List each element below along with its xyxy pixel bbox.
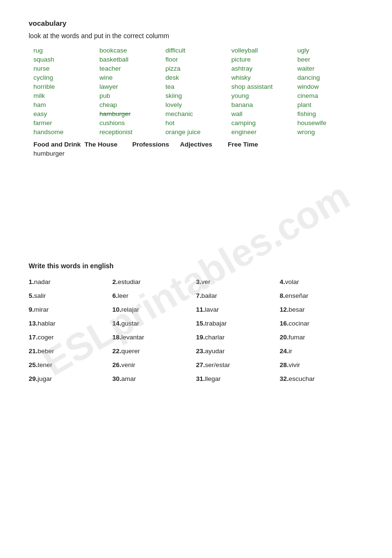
verb-item: 31.llegar <box>196 375 280 382</box>
verb-item: 1.nadar <box>29 278 112 285</box>
word-cell: dancing <box>297 74 363 82</box>
word-cell: desk <box>165 74 231 82</box>
verb-item: 12.besar <box>280 306 363 313</box>
word-cell: tea <box>165 83 231 91</box>
word-cell: hamburger <box>99 110 165 118</box>
word-cell: banana <box>232 101 297 109</box>
word-cell: pizza <box>165 64 231 73</box>
word-cell: easy <box>33 110 99 118</box>
verb-item: 27.ser/estar <box>196 361 280 368</box>
word-cell: horrible <box>33 83 99 91</box>
word-cell: lovely <box>165 101 231 109</box>
word-cell: ugly <box>297 46 363 54</box>
column-header: Food and Drink <box>33 141 85 148</box>
verb-item: 17.coger <box>29 334 112 341</box>
word-cell: rug <box>33 46 99 54</box>
word-cell: lawyer <box>99 83 165 91</box>
column-header: Professions <box>132 141 180 148</box>
column-header: Free Time <box>228 141 275 148</box>
verb-item: 24.ir <box>280 347 363 355</box>
verb-item: 13.hablar <box>29 320 112 327</box>
verb-item: 10.relajar <box>112 306 196 313</box>
verb-item: 4.volar <box>280 278 363 285</box>
verb-item: 8.enseñar <box>280 292 363 299</box>
word-cell: squash <box>33 55 99 63</box>
word-cell: cushions <box>99 119 165 127</box>
word-cell: ham <box>33 101 99 109</box>
column-headers-row: Food and DrinkThe HouseProfessionsAdject… <box>33 141 363 148</box>
word-cell: teacher <box>99 64 165 73</box>
verb-item: 15.trabajar <box>196 320 280 327</box>
verb-item: 2.estudiar <box>112 278 196 285</box>
word-cell: window <box>297 83 363 91</box>
section2-title: Write this words in english <box>29 262 363 270</box>
word-cell: handsome <box>33 128 99 136</box>
verb-item: 20.fumar <box>280 334 363 341</box>
verb-item: 29.jugar <box>29 375 112 382</box>
word-cell: beer <box>297 55 363 63</box>
verb-item: 32.escuchar <box>280 375 363 382</box>
verb-item: 9.mirar <box>29 306 112 313</box>
verb-item: 7.bailar <box>196 292 280 299</box>
word-cell: fishing <box>297 110 363 118</box>
word-cell: farmer <box>33 119 99 127</box>
word-cell: basketball <box>99 55 165 63</box>
word-cell: waiter <box>297 64 363 73</box>
column-header: Adjectives <box>180 141 228 148</box>
word-cell: wrong <box>297 128 363 136</box>
below-columns-text: humburger <box>33 150 363 157</box>
word-cell: floor <box>165 55 231 63</box>
verb-item: 21.beber <box>29 347 112 355</box>
word-cell: cheap <box>99 101 165 109</box>
word-cell: ashtray <box>232 64 297 73</box>
verb-item: 5.salir <box>29 292 112 299</box>
verb-item: 23.ayudar <box>196 347 280 355</box>
word-cell: engineer <box>232 128 297 136</box>
word-cell: young <box>232 92 297 100</box>
word-cell: hot <box>165 119 231 127</box>
vocabulary-word-grid: rugbookcasedifficultvolleyballuglysquash… <box>33 46 363 136</box>
word-cell: wall <box>232 110 297 118</box>
word-cell: whisky <box>232 74 297 82</box>
verb-item: 28.vivir <box>280 361 363 368</box>
section2: Write this words in english 1.nadar2.est… <box>29 262 363 382</box>
verb-item: 30.amar <box>112 375 196 382</box>
word-cell: housewife <box>297 119 363 127</box>
verb-item: 16.cocinar <box>280 320 363 327</box>
verb-item: 18.levantar <box>112 334 196 341</box>
column-header: The House <box>85 141 132 148</box>
verbs-grid: 1.nadar2.estudiar3.ver4.volar5.salir6.le… <box>29 278 363 382</box>
verb-item: 11.lavar <box>196 306 280 313</box>
page-title: vocabulary <box>29 19 363 27</box>
word-cell: orange juice <box>165 128 231 136</box>
verb-item: 22.querer <box>112 347 196 355</box>
word-cell: pub <box>99 92 165 100</box>
word-cell: wine <box>99 74 165 82</box>
verb-item: 3.ver <box>196 278 280 285</box>
verb-item: 19.charlar <box>196 334 280 341</box>
word-cell: milk <box>33 92 99 100</box>
word-cell: cycling <box>33 74 99 82</box>
verb-item: 14.gustar <box>112 320 196 327</box>
verb-item: 6.leer <box>112 292 196 299</box>
word-cell: camping <box>232 119 297 127</box>
word-cell: picture <box>232 55 297 63</box>
instruction-text: look at the words and put in the correct… <box>29 32 363 40</box>
word-cell: skiing <box>165 92 231 100</box>
word-cell: nurse <box>33 64 99 73</box>
word-cell: difficult <box>165 46 231 54</box>
word-cell: cinema <box>297 92 363 100</box>
word-cell: volleyball <box>232 46 297 54</box>
word-cell: receptionist <box>99 128 165 136</box>
verb-item: 25.tener <box>29 361 112 368</box>
word-cell: plant <box>297 101 363 109</box>
word-cell: shop assistant <box>232 83 297 91</box>
verb-item: 26.venir <box>112 361 196 368</box>
word-cell: mechanic <box>165 110 231 118</box>
word-cell: bookcase <box>99 46 165 54</box>
